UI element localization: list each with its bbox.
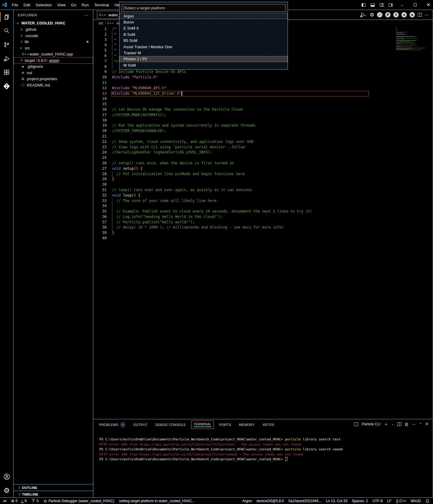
panel-tab-debug-console[interactable]: DEBUG CONSOLE <box>155 423 186 427</box>
menu-terminal[interactable]: Terminal <box>92 3 112 7</box>
menu-selection[interactable]: Selection <box>33 3 54 7</box>
quickpick-item[interactable]: Photon 2 / P2 <box>120 56 288 62</box>
minimap[interactable] <box>396 27 430 52</box>
status-item[interactable]: UTF-8 <box>372 499 383 503</box>
code-line[interactable]: 11 <box>93 80 433 86</box>
quickpick-item[interactable]: E SoM X <box>120 25 288 31</box>
quickpick-item[interactable]: Boron <box>120 19 288 25</box>
code-line[interactable]: 19// Run the application and system conc… <box>93 123 433 128</box>
code-line[interactable]: 20//SYSTEM_THREAD(ENABLED); <box>93 128 433 134</box>
menu-file[interactable]: File <box>9 3 21 7</box>
code-line[interactable]: 16// Let Device OS manage the connection… <box>93 107 433 112</box>
ports-status[interactable]: 0 <box>31 499 39 503</box>
toggle-secondary-sidebar-icon[interactable] <box>377 0 386 10</box>
close-panel-icon[interactable]: ✕ <box>425 422 428 426</box>
panel-more-actions-icon[interactable]: ⋯ <box>412 422 416 426</box>
run-debug-icon[interactable] <box>0 52 14 65</box>
particle-flash-icon[interactable]: Ϝ <box>385 12 391 17</box>
tree-item[interactable]: lib <box>14 39 93 45</box>
status-item[interactable]: deviceOS@5.8.0 <box>257 499 284 503</box>
tree-item[interactable]: ≡nul <box>14 70 93 76</box>
tree-item[interactable]: src <box>14 45 93 51</box>
menu-run[interactable]: Run <box>79 3 92 7</box>
settings-gear-icon[interactable]: ⚙ <box>0 484 14 497</box>
terminal[interactable]: PS C:\Users\kutlu\OneDrive\Documents\Par… <box>93 437 433 462</box>
split-editor-icon[interactable] <box>418 13 422 17</box>
status-item[interactable]: Win32 <box>411 499 421 503</box>
quickpick-item[interactable]: Asset Tracker / Monitor One <box>120 44 288 50</box>
close-window-button[interactable]: ✕ <box>424 0 433 10</box>
code-line[interactable]: 40 <box>93 236 433 241</box>
maximize-button[interactable] <box>411 0 420 10</box>
breadcrumb-folder[interactable]: src <box>98 21 103 25</box>
code-line[interactable]: 14 <box>93 96 433 102</box>
code-line[interactable]: 12#include "MLX90640_API.h" <box>93 86 433 91</box>
split-terminal-icon[interactable] <box>397 422 401 426</box>
status-item[interactable]: {} C++ <box>396 499 406 503</box>
tree-item[interactable]: .github <box>14 27 93 33</box>
outline-section[interactable]: OUTLINE <box>14 484 93 491</box>
tree-item[interactable]: target\5.8.0\argon <box>14 57 93 64</box>
menu-go[interactable]: Go <box>68 3 79 7</box>
maximize-panel-icon[interactable]: ⌃ <box>419 422 422 426</box>
panel-tab-output[interactable]: OUTPUT <box>133 423 148 427</box>
status-item[interactable]: 0a10aced2021949... <box>288 499 321 503</box>
search-icon[interactable] <box>0 24 14 38</box>
quickpick-item[interactable]: Tracker M <box>120 50 288 56</box>
code-line[interactable]: 37 // Particle.publish("Hello world!"); <box>93 220 433 225</box>
quickpick-item[interactable]: B5 SoM <box>120 38 288 44</box>
problems-status[interactable]: ⊗ 0 △̲ 9 <box>11 499 27 503</box>
sidebar-more-actions-icon[interactable]: ⋯ <box>84 13 89 17</box>
code-line[interactable]: 36 // Log.info("Sending Hello World to t… <box>93 214 433 220</box>
tree-item[interactable]: .vscode <box>14 33 93 39</box>
status-item[interactable]: LF <box>387 499 391 503</box>
particle-workbench-icon[interactable] <box>0 79 14 93</box>
status-item[interactable]: Argon <box>242 499 252 503</box>
notifications-bell-icon[interactable] <box>425 499 429 503</box>
code-line[interactable]: 30 <box>93 182 433 187</box>
particle-compile-icon[interactable]: ✓ <box>377 12 382 17</box>
particle-v-icon[interactable]: v <box>401 12 407 17</box>
customize-layout-icon[interactable] <box>386 0 395 10</box>
code-line[interactable]: 31// loop() runs over and over again, as… <box>93 187 433 193</box>
code-line[interactable]: 35 // Example: Publish event to cloud ev… <box>93 209 433 214</box>
code-line[interactable]: 10#include "Particle.h" <box>93 75 433 80</box>
code-line[interactable]: 25 <box>93 155 433 161</box>
remote-indicator[interactable]: >< <box>3 499 6 503</box>
kill-terminal-icon[interactable] <box>405 422 408 426</box>
code-line[interactable]: 9// Include Particle Device OS APIs <box>93 69 433 75</box>
code-line[interactable]: 17//SYSTEM_MODE(AUTOMATIC); <box>93 112 433 118</box>
tree-item[interactable]: ◆.gitignore <box>14 64 93 70</box>
code-line[interactable]: 18 <box>93 118 433 123</box>
menu-view[interactable]: View <box>55 3 68 7</box>
status-item[interactable]: Spaces: 2 <box>352 499 368 503</box>
configure-gear-icon[interactable]: ⚙ <box>370 12 374 18</box>
tree-item[interactable]: C++water_cooled_HVAC.cpp <box>14 51 93 58</box>
tree-item[interactable]: WATER_COOLED_HVAC <box>14 20 93 27</box>
code-line[interactable]: 28 // Put initialization like pinMode an… <box>93 172 433 177</box>
quickpick-item[interactable]: M SoM <box>120 62 288 68</box>
debug-run-icon[interactable]: ⌄ <box>360 12 367 18</box>
debugger-status[interactable]: Particle Debugger (water_cooled_HVAC) <box>43 499 114 503</box>
terminal-title[interactable]: Particle CLI <box>362 422 380 426</box>
code-editor[interactable]: 1/*2 *3 *4 *5 *6 *7 */89// Include Parti… <box>93 27 433 419</box>
code-line[interactable]: 23// View logs with CLI using 'particle … <box>93 145 433 150</box>
new-terminal-icon[interactable]: ＋ <box>384 422 388 426</box>
code-line[interactable]: 26// setup() runs once, when the device … <box>93 161 433 166</box>
tree-item[interactable]: ⚙project.properties <box>14 76 93 82</box>
menu-edit[interactable]: Edit <box>21 3 33 7</box>
code-line[interactable]: 24//SerialLogHandler logHandler(LOG_LEVE… <box>93 150 433 155</box>
panel-tab-ports[interactable]: PORTS <box>219 423 231 427</box>
panel-tab-xrtos[interactable]: XRTOS <box>262 423 274 427</box>
explorer-icon[interactable] <box>0 10 14 24</box>
code-line[interactable]: 33 // The core of your code will likely … <box>93 198 433 204</box>
code-line[interactable]: 22// Show system, cloud connectivity, an… <box>93 139 433 145</box>
tree-item[interactable]: ⓘREADME.md <box>14 82 93 88</box>
quickpick-input[interactable]: Select a target platform <box>122 4 285 12</box>
particle-f-icon[interactable]: f <box>393 12 399 17</box>
panel-tab-problems[interactable]: PROBLEMS9 <box>99 422 125 427</box>
code-line[interactable]: 39} <box>93 230 433 236</box>
code-line[interactable]: 15 <box>93 102 433 107</box>
toggle-panel-icon[interactable] <box>368 0 377 10</box>
terminal-picker-chevron-icon[interactable]: ⌄ <box>391 422 394 426</box>
